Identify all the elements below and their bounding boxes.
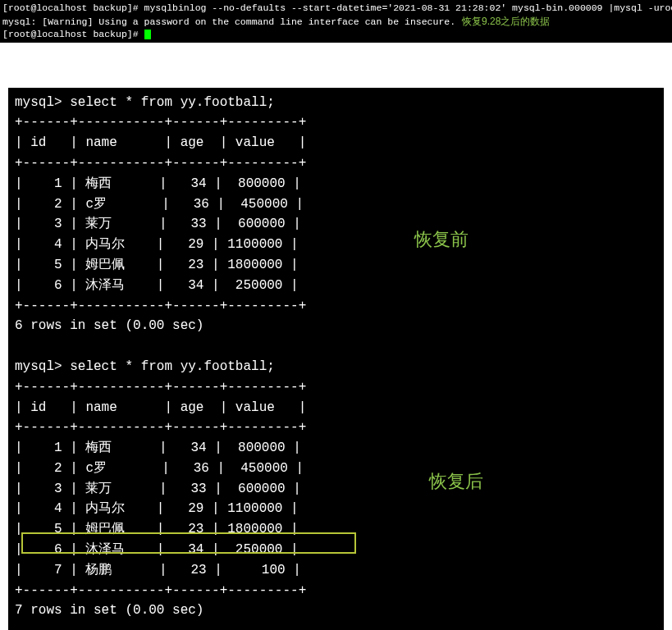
table-row: | 4 | 内马尔 | 29 | 1100000 |	[15, 501, 299, 516]
rows-summary-after: 7 rows in set (0.00 sec)	[15, 603, 203, 618]
table-sep: +------+-----------+------+---------+	[15, 583, 306, 598]
warning-line: mysql: [Warning] Using a password on the…	[2, 16, 455, 27]
table-row: | 3 | 莱万 | 33 | 600000 |	[15, 482, 301, 496]
table-sep: +------+-----------+------+---------+	[15, 299, 306, 313]
table-row: | 3 | 莱万 | 33 | 600000 |	[15, 217, 301, 231]
terminal-main-wrap: mysql> select * from yy.football; +-----…	[0, 88, 672, 630]
table-header: | id | name | age | value |	[15, 400, 306, 415]
cmd-line-2: [root@localhost backup]#	[2, 29, 144, 39]
highlight-new-row	[21, 532, 356, 554]
table-row: | 1 | 梅西 | 34 | 800000 |	[15, 176, 301, 191]
table-sep: +------+-----------+------+---------+	[15, 420, 306, 435]
spacer	[0, 43, 672, 88]
terminal-command-header: [root@localhost backup]# mysqlbinlog --n…	[0, 0, 672, 43]
table-row: | 7 | 杨鹏 | 23 | 100 |	[15, 563, 301, 578]
table-row: | 1 | 梅西 | 34 | 800000 |	[15, 441, 301, 455]
label-before-restore: 恢复前	[414, 227, 469, 252]
table-sep: +------+-----------+------+---------+	[15, 156, 306, 171]
table-sep: +------+-----------+------+---------+	[15, 380, 306, 395]
table-row: | 6 | 沐泽马 | 34 | 250000 |	[15, 278, 299, 293]
table-sep: +------+-----------+------+---------+	[15, 115, 306, 130]
table-row: | 2 | c罗 | 36 | 450000 |	[15, 197, 304, 212]
query-before: mysql> select * from yy.football;	[15, 95, 275, 110]
query-after: mysql> select * from yy.football;	[15, 359, 275, 374]
rows-summary-before: 6 rows in set (0.00 sec)	[15, 318, 203, 333]
label-after-restore: 恢复后	[429, 469, 483, 494]
table-row: | 4 | 内马尔 | 29 | 1100000 |	[15, 237, 299, 252]
table-row: | 2 | c罗 | 36 | 450000 |	[15, 461, 304, 476]
table-row: | 5 | 姆巴佩 | 23 | 1800000 |	[15, 258, 299, 272]
cmd-line-1: [root@localhost backup]# mysqlbinlog --n…	[2, 2, 672, 13]
cursor-icon	[144, 30, 151, 39]
annotation-restore-after: 恢复9.28之后的数据	[462, 16, 550, 27]
table-header: | id | name | age | value |	[15, 135, 306, 150]
